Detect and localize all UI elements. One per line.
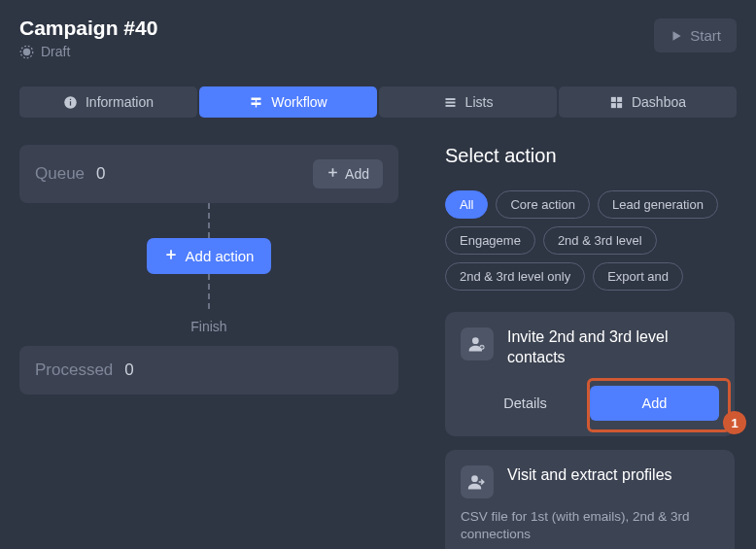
start-label: Start [690, 27, 721, 44]
play-icon [670, 29, 683, 43]
info-icon [63, 95, 78, 110]
chip-core-action[interactable]: Core action [496, 190, 589, 219]
tabs: Information Workflow Lists Dashboa [0, 86, 756, 118]
add-label: Add [345, 166, 369, 182]
chip-lead-generation[interactable]: Lead generation [598, 190, 718, 219]
add-button[interactable]: Add [590, 386, 719, 421]
tab-lists[interactable]: Lists [379, 86, 557, 118]
page-title: Campaign #40 [19, 17, 157, 40]
processed-box: Processed 0 [19, 346, 398, 395]
status-text: Draft [41, 44, 70, 59]
svg-rect-8 [256, 105, 257, 108]
svg-point-18 [471, 475, 478, 482]
svg-rect-9 [445, 98, 455, 100]
queue-label: Queue [35, 164, 85, 184]
tab-label: Workflow [271, 94, 326, 110]
svg-rect-3 [70, 101, 71, 105]
svg-rect-14 [611, 103, 616, 108]
action-card-title: Invite 2nd and 3rd level contacts [507, 327, 719, 368]
svg-rect-12 [611, 96, 616, 101]
connector-line [208, 203, 210, 238]
details-button[interactable]: Details [461, 386, 590, 421]
action-card-desc: CSV file for 1st (with emails), 2nd & 3r… [461, 508, 719, 545]
plus-icon [164, 248, 178, 264]
status-row: Draft [19, 44, 157, 59]
tab-label: Dashboa [632, 94, 686, 110]
finish-label: Finish [190, 319, 226, 334]
connector-line [208, 274, 210, 309]
add-action-button[interactable]: Add action [147, 238, 272, 274]
tab-dashboard[interactable]: Dashboa [559, 86, 737, 118]
queue-box: Queue 0 Add [19, 145, 398, 203]
tab-label: Lists [465, 94, 494, 110]
svg-point-0 [23, 48, 31, 55]
extract-icon [461, 465, 494, 498]
tab-label: Information [86, 94, 154, 110]
tab-workflow[interactable]: Workflow [199, 86, 377, 118]
queue-count: 0 [96, 164, 105, 184]
filter-chips: All Core action Lead generation Engageme… [445, 190, 756, 291]
start-button[interactable]: Start [654, 18, 737, 52]
add-action-label: Add action [186, 248, 255, 264]
chip-2nd-3rd-level-only[interactable]: 2nd & 3rd level only [445, 262, 585, 291]
tab-information[interactable]: Information [19, 86, 197, 118]
svg-rect-5 [252, 97, 261, 100]
draft-icon [19, 45, 34, 59]
chip-2nd-3rd-level[interactable]: 2nd & 3rd level [543, 226, 657, 255]
chip-export[interactable]: Export and [593, 262, 683, 291]
svg-rect-10 [445, 101, 455, 103]
queue-add-button[interactable]: Add [313, 159, 383, 189]
svg-rect-4 [70, 98, 71, 99]
svg-rect-6 [256, 100, 257, 103]
processed-label: Processed [35, 360, 113, 380]
svg-rect-11 [445, 105, 455, 107]
svg-rect-15 [617, 103, 622, 108]
processed-count: 0 [124, 360, 133, 380]
invite-icon [461, 327, 494, 360]
step-badge: 1 [723, 411, 746, 434]
chip-all[interactable]: All [445, 190, 488, 219]
svg-rect-13 [617, 96, 622, 101]
action-card-invite: Invite 2nd and 3rd level contacts Detail… [445, 312, 735, 436]
chip-engagement[interactable]: Engageme [445, 226, 535, 255]
svg-rect-7 [252, 102, 261, 105]
svg-point-16 [472, 337, 479, 344]
plus-icon [326, 166, 339, 182]
action-card-visit-extract[interactable]: Visit and extract profiles CSV file for … [445, 450, 735, 549]
lists-icon [443, 95, 458, 110]
action-card-title: Visit and extract profiles [507, 465, 672, 486]
workflow-icon [249, 95, 263, 110]
dashboard-icon [609, 95, 624, 110]
select-action-title: Select action [445, 145, 756, 167]
